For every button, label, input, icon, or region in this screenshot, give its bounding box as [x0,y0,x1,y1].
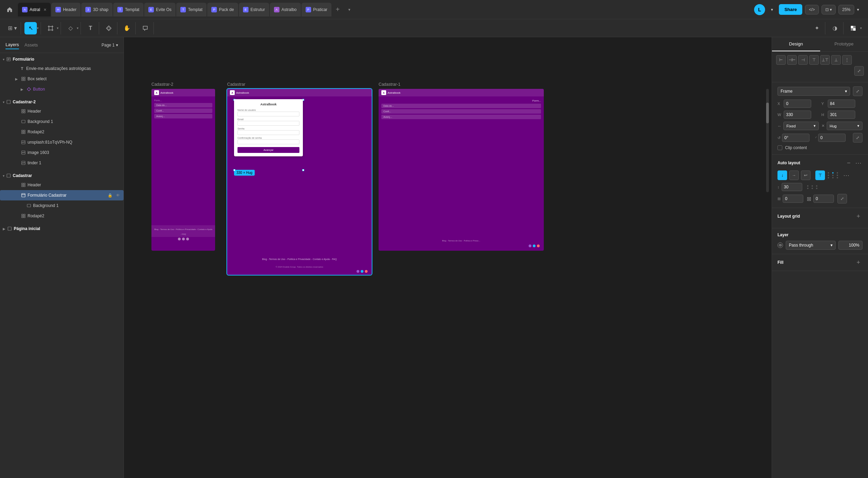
zoom-dropdown[interactable]: ▾ [857,7,865,12]
box-select-expand[interactable]: ▶ [14,76,19,82]
move-tool-dropdown[interactable]: ▾ [37,26,39,30]
align-right-button[interactable]: ⊣ [798,55,808,65]
layer-tinder1[interactable]: ▶ tinder 1 [0,158,124,168]
tab-overflow-button[interactable]: ▾ [344,4,355,15]
fill-dropdown[interactable]: ▾ [860,26,862,30]
selection-handle-br[interactable] [302,169,304,171]
al-direction-wrap[interactable]: ↩ [801,170,811,180]
tab-templat1[interactable]: T Templat [113,3,144,17]
layer-header-2[interactable]: ▶ Header [0,106,124,116]
text-tool[interactable]: T [84,22,97,34]
frame-resize-button[interactable]: ⤢ [854,66,864,76]
add-tab-button[interactable]: + [332,4,343,15]
field-input-nome[interactable] [237,112,299,116]
tab-estrutur[interactable]: E Estrutur [239,3,269,17]
tab-templat2[interactable]: T Templat [176,3,207,17]
layer-header-c[interactable]: ▶ Header [0,180,124,190]
frame-cadastrar1[interactable]: A Astralbook Form... Data do... Confi...… [379,89,544,251]
contrast-button[interactable]: ◑ [829,22,841,34]
field-input-senha[interactable] [237,130,299,135]
frame-h-input[interactable] [828,111,855,119]
al-gap-input[interactable] [782,183,802,191]
form-advance-button[interactable]: Avançar [237,147,299,153]
frame-crop-button[interactable]: ⤢ [853,133,862,143]
autolayout-add-button[interactable]: − [845,159,853,167]
clip-content-checkbox[interactable] [777,145,782,150]
tab-header[interactable]: H Header [51,3,81,17]
align-center-h-button[interactable]: ⊣⊢ [787,55,797,65]
design-tab[interactable]: Design [772,37,820,51]
home-button[interactable] [3,3,17,17]
autolayout-more-button[interactable]: ⋯ [854,159,862,167]
fill-add-button[interactable]: + [854,258,862,267]
al-direction-right[interactable]: → [789,170,799,180]
frame-x-input[interactable] [784,100,811,108]
frame-w-input[interactable] [784,111,811,119]
visibility-icon[interactable]: 👁 [115,192,121,198]
layer-envie-text[interactable]: T Envie-me atualizações astrológicas [0,63,124,74]
frame-y-input[interactable] [828,100,855,108]
avatar-dropdown[interactable]: ▾ [768,6,776,14]
frame-tool[interactable] [44,22,57,34]
al-padding-expand-button[interactable]: ⤢ [837,194,847,204]
tab-close-astral[interactable]: × [44,7,46,12]
layer-image1603[interactable]: ▶ image 1603 [0,147,124,158]
distribute-button[interactable]: ⋮ [842,55,852,65]
constraint-w-dropdown[interactable]: Fixed ▾ [783,122,819,130]
zoom-level[interactable]: 25% [838,5,854,14]
layer-background1a[interactable]: ▶ Background 1 [0,116,124,127]
align-center-v-button[interactable]: ⊥⊤ [820,55,830,65]
comment-tool[interactable] [139,22,151,34]
layer-rodape2-c[interactable]: ▶ Rodapé2 [0,211,124,221]
layer-background1b[interactable]: ▶ Background 1 [0,200,124,211]
frame-cadastrar[interactable]: A Astralbook Astralbook Nome do usuário … [227,89,372,275]
hand-tool[interactable]: ✋ [121,22,133,34]
tab-astralbo[interactable]: A Astralbo [270,3,301,17]
layer-button[interactable]: ▶ Button [0,84,124,94]
assets-tab[interactable]: Assets [24,41,38,49]
constraint-h-dropdown[interactable]: Hug ▾ [827,122,863,130]
tab-evite[interactable]: E Evite Os [144,3,176,17]
avatar[interactable]: L [754,4,765,15]
canvas-scrollbar[interactable] [766,89,769,192]
component-tool[interactable] [103,22,115,34]
frame-dropdown[interactable]: Frame ▾ [777,87,850,96]
share-button[interactable]: Share [779,4,802,15]
prototype-tab[interactable]: Prototype [820,37,868,51]
tab-praticar[interactable]: P Praticar [301,3,331,17]
fill-button[interactable] [847,22,859,34]
al-align-active[interactable]: ⊤ [815,170,825,180]
layout-toggle[interactable]: ⊡ ▾ [822,5,836,14]
section-formulario[interactable]: ▾ Formulário [0,54,124,63]
frame-tool-dropdown[interactable]: ▾ [57,26,59,30]
field-input-email[interactable] [237,121,299,126]
blend-mode-dropdown[interactable]: Pass through ▾ [786,241,836,250]
layer-box-select[interactable]: ▶ Box select [0,74,124,84]
layer-formulario-cadastrar[interactable]: ▶ Formulário Cadastrar 🔒 👁 [0,190,124,200]
align-top-button[interactable]: ⊤ [809,55,819,65]
al-padding-h-input[interactable] [813,195,834,203]
field-input-confirm[interactable] [237,139,299,144]
section-cadastrar[interactable]: ▾ Cadastrar [0,171,124,180]
layer-rodape2[interactable]: ▶ Rodapé2 [0,127,124,137]
al-more-options[interactable]: ⋯ [842,171,850,179]
section-pagina-inicial[interactable]: ▶ Página inicial [0,224,124,233]
tab-astral[interactable]: A Astral × [18,3,51,17]
section-cadastrar2[interactable]: ▾ Cadastrar-2 [0,97,124,106]
align-left-button[interactable]: ⊢ [776,55,786,65]
layout-grid-add-button[interactable]: + [854,212,862,220]
shape-tool[interactable]: ◇ [64,22,77,34]
layers-tab[interactable]: Layers [6,41,19,49]
plugins-button[interactable]: ✦ [811,22,823,34]
align-bottom-button[interactable]: ⊥ [831,55,841,65]
radius-input[interactable] [818,134,846,142]
tab-3dshap[interactable]: 3 3D shap [81,3,113,17]
button-expand[interactable]: ▶ [19,86,25,92]
frame-cadastrar2[interactable]: A Astralbook Form... Data do... Confi...… [151,89,215,251]
selection-handle-bl[interactable] [233,169,235,171]
viewport-tool[interactable]: ⊞ ▾ [6,22,19,34]
lock-icon[interactable]: 🔒 [107,192,113,198]
al-padding-v-input[interactable] [783,195,803,203]
al-direction-down[interactable]: ↓ [777,170,787,180]
frame-fullscreen-button[interactable]: ⤢ [853,86,862,96]
